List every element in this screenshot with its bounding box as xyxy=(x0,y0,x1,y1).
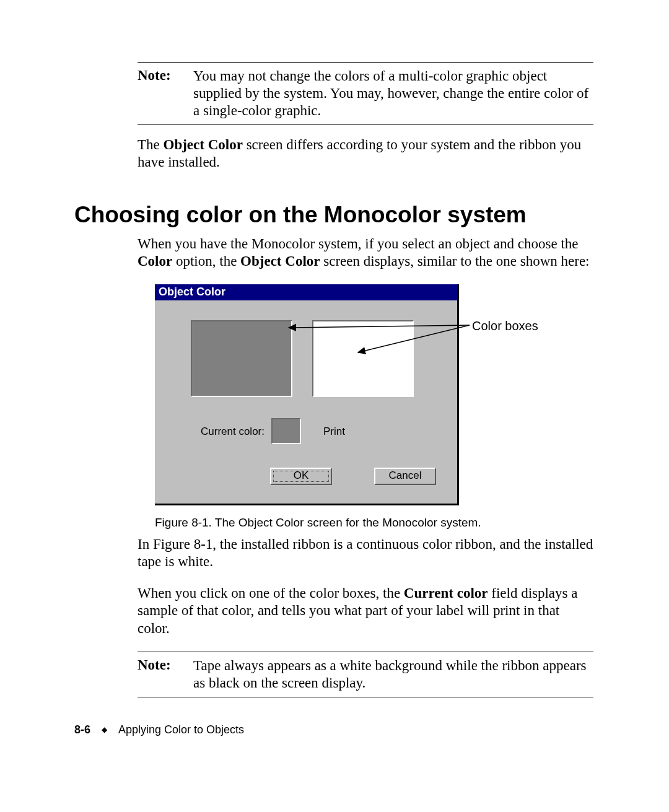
figure-caption: Figure 8-1. The Object Color screen for … xyxy=(155,516,595,530)
note-block: Note: Tape always appears as a white bac… xyxy=(138,652,593,697)
text: When you click on one of the color boxes… xyxy=(138,585,404,601)
paragraph: In Figure 8-1, the installed ribbon is a… xyxy=(138,536,593,570)
ok-button[interactable]: OK xyxy=(270,468,332,485)
footer-section-title: Applying Color to Objects xyxy=(118,723,244,736)
print-label: Print xyxy=(323,426,345,438)
section-heading: Choosing color on the Monocolor system xyxy=(74,202,595,228)
page-footer: 8-6 ◆ Applying Color to Objects xyxy=(74,723,244,736)
dialog-object-color: Object Color Current color: Print OK Can… xyxy=(155,284,459,505)
current-color-label: Current color: xyxy=(201,426,265,438)
bold-term: Object Color xyxy=(240,253,320,269)
cancel-button[interactable]: Cancel xyxy=(374,468,436,485)
text: option, the xyxy=(172,253,240,269)
paragraph: When you click on one of the color boxes… xyxy=(138,585,593,637)
paragraph: When you have the Monocolor system, if y… xyxy=(138,235,593,270)
bold-term: Color xyxy=(138,253,172,269)
bold-term: Current color xyxy=(404,585,488,601)
text: screen displays, similar to the one show… xyxy=(320,253,590,269)
note-text: Tape always appears as a white backgroun… xyxy=(193,657,593,692)
note-text: You may not change the colors of a multi… xyxy=(193,68,593,120)
diamond-icon: ◆ xyxy=(102,725,107,734)
page-number: 8-6 xyxy=(74,723,90,736)
divider xyxy=(138,697,593,697)
current-color-swatch xyxy=(271,418,301,444)
text: The xyxy=(138,137,164,152)
bold-term: Object Color xyxy=(164,137,243,152)
callout-label: Color boxes xyxy=(472,319,538,333)
divider xyxy=(138,124,593,125)
figure: Object Color Current color: Print OK Can… xyxy=(155,284,595,507)
paragraph: The Object Color screen differs accordin… xyxy=(138,136,593,171)
note-block: Note: You may not change the colors of a… xyxy=(138,63,593,124)
dialog-title: Object Color xyxy=(155,284,457,300)
color-box-2[interactable] xyxy=(312,320,414,397)
note-label: Note: xyxy=(138,657,176,692)
color-box-1[interactable] xyxy=(191,320,292,397)
note-label: Note: xyxy=(138,68,176,120)
text: When you have the Monocolor system, if y… xyxy=(138,236,579,251)
